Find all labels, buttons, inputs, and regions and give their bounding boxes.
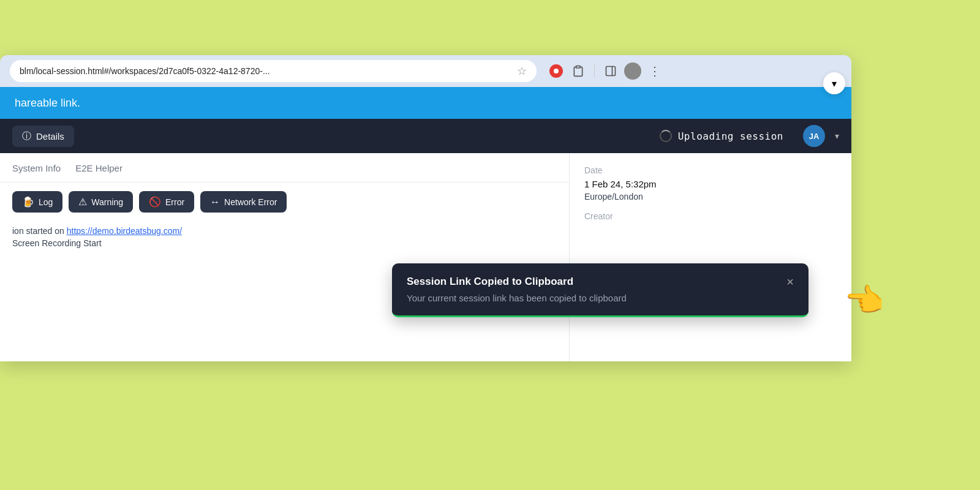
error-filter-button[interactable]: 🚫 Error — [139, 191, 194, 213]
tab-e2e-helper[interactable]: E2E Helper — [75, 163, 123, 182]
user-initials: JA — [809, 132, 820, 141]
tab-system-info-label: System Info — [12, 163, 61, 173]
error-icon: 🚫 — [149, 196, 161, 208]
svg-rect-1 — [606, 67, 616, 76]
svg-point-3 — [631, 67, 635, 71]
sidebar-icon[interactable] — [602, 62, 619, 80]
error-filter-label: Error — [165, 197, 184, 207]
banner-text: hareable link. — [15, 97, 80, 110]
log-filter-label: Log — [39, 197, 53, 207]
chevron-down-icon: ▾ — [832, 78, 837, 89]
creator-label: Creator — [584, 211, 837, 221]
toolbar-separator — [594, 64, 595, 78]
browser-toolbar: blm/local-session.html#/workspaces/2d7ca… — [0, 55, 851, 87]
tab-e2e-helper-label: E2E Helper — [75, 163, 123, 173]
toast-notification: Session Link Copied to Clipboard × Your … — [392, 263, 809, 317]
timezone-value: Europe/London — [584, 192, 837, 202]
network-error-filter-button[interactable]: ↔ Network Error — [200, 191, 287, 213]
filter-bar: 🍺 Log ⚠ Warning 🚫 Error ↔ Network Error — [0, 183, 569, 221]
toolbar-icons: ⋮ — [548, 62, 663, 80]
date-label: Date — [584, 165, 837, 175]
toast-title: Session Link Copied to Clipboard — [407, 276, 573, 288]
record-dot-icon — [549, 64, 563, 78]
app-header: ⓘ Details ✒ Uploading session JA ▾ — [0, 119, 851, 153]
left-panel: System Info E2E Helper 🍺 Log ⚠ Warning 🚫 — [0, 153, 570, 361]
uploading-status: Uploading session — [660, 130, 783, 142]
right-panel: Date 1 Feb 24, 5:32pm Europe/London Crea… — [570, 153, 851, 361]
user-avatar-app[interactable]: JA — [803, 125, 825, 147]
network-error-filter-label: Network Error — [224, 197, 277, 207]
log-started-text: ion started on — [12, 226, 64, 236]
warning-filter-label: Warning — [91, 197, 123, 207]
record-button[interactable] — [548, 62, 565, 80]
details-button[interactable]: ⓘ Details — [12, 126, 74, 147]
blue-banner: hareable link. — [0, 87, 851, 119]
log-line-1: ion started on https://demo.birdeatsbug.… — [12, 226, 557, 236]
log-content: ion started on https://demo.birdeatsbug.… — [0, 221, 569, 255]
network-error-icon: ↔ — [210, 197, 220, 208]
chevron-down-button[interactable]: ▾ — [823, 72, 845, 94]
log-filter-button[interactable]: 🍺 Log — [12, 191, 62, 213]
user-avatar-browser[interactable] — [624, 62, 641, 80]
address-bar[interactable]: blm/local-session.html#/workspaces/2d7ca… — [10, 60, 537, 82]
date-value: 1 Feb 24, 5:32pm — [584, 179, 837, 189]
log-line-2: Screen Recording Start — [12, 238, 557, 248]
toast-close-button[interactable]: × — [786, 276, 794, 288]
details-icon: ⓘ — [22, 130, 31, 142]
loading-spinner — [660, 130, 672, 142]
tab-system-info[interactable]: System Info — [12, 163, 61, 182]
clipboard-icon[interactable] — [570, 62, 587, 80]
tabs-bar: System Info E2E Helper — [0, 153, 569, 183]
log-icon: 🍺 — [22, 196, 34, 208]
warning-icon: ⚠ — [78, 196, 87, 208]
uploading-label: Uploading session — [678, 130, 783, 142]
log-link[interactable]: https://demo.birdeatsbug.com/ — [67, 226, 182, 236]
warning-filter-button[interactable]: ⚠ Warning — [69, 191, 133, 213]
more-menu-icon[interactable]: ⋮ — [646, 62, 663, 80]
header-chevron-icon[interactable]: ▾ — [835, 131, 839, 141]
bookmark-icon[interactable]: ☆ — [517, 64, 527, 78]
address-text: blm/local-session.html#/workspaces/2d7ca… — [20, 66, 511, 76]
details-label: Details — [36, 131, 64, 141]
svg-rect-0 — [576, 66, 581, 68]
toast-body: Your current session link has been copie… — [407, 293, 794, 303]
main-content: System Info E2E Helper 🍺 Log ⚠ Warning 🚫 — [0, 153, 851, 361]
log-second-line: Screen Recording Start — [12, 238, 102, 248]
toast-header: Session Link Copied to Clipboard × — [407, 276, 794, 288]
